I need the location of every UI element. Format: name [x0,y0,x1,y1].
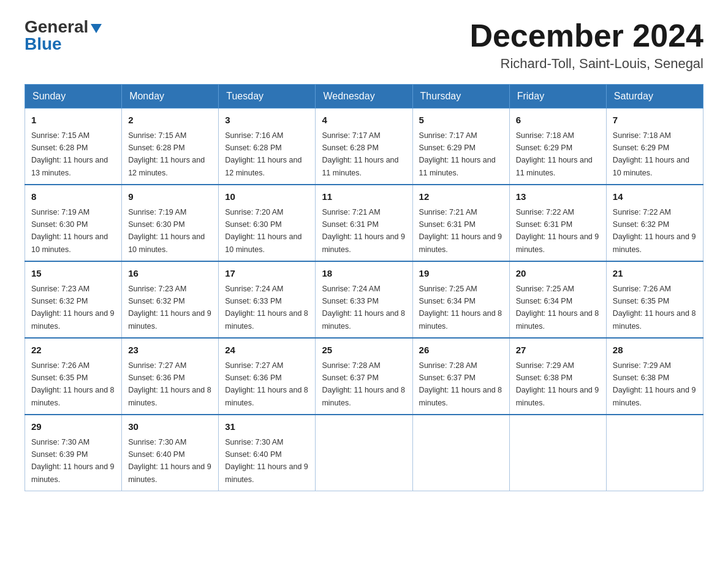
day-info: Sunrise: 7:30 AMSunset: 6:39 PMDaylight:… [31,438,115,484]
calendar-cell: 21Sunrise: 7:26 AMSunset: 6:35 PMDayligh… [606,261,703,338]
day-number: 31 [225,420,309,434]
day-number: 19 [419,267,503,281]
weekday-header-monday: Monday [122,85,219,109]
calendar-cell [316,415,412,491]
calendar-cell: 13Sunrise: 7:22 AMSunset: 6:31 PMDayligh… [509,185,606,261]
day-info: Sunrise: 7:21 AMSunset: 6:31 PMDaylight:… [322,208,405,254]
calendar-cell: 12Sunrise: 7:21 AMSunset: 6:31 PMDayligh… [412,185,509,261]
day-number: 20 [516,267,600,281]
day-info: Sunrise: 7:16 AMSunset: 6:28 PMDaylight:… [225,131,301,177]
day-number: 4 [322,113,406,128]
calendar-cell: 28Sunrise: 7:29 AMSunset: 6:38 PMDayligh… [606,338,703,415]
day-info: Sunrise: 7:21 AMSunset: 6:31 PMDaylight:… [419,208,502,254]
calendar-cell: 17Sunrise: 7:24 AMSunset: 6:33 PMDayligh… [219,261,316,338]
day-info: Sunrise: 7:15 AMSunset: 6:28 PMDaylight:… [31,131,108,177]
day-info: Sunrise: 7:17 AMSunset: 6:29 PMDaylight:… [419,131,496,177]
page-header: General Blue December 2024 Richard-Toll,… [25,18,703,72]
calendar-cell: 31Sunrise: 7:30 AMSunset: 6:40 PMDayligh… [219,415,316,491]
weekday-header-saturday: Saturday [606,85,703,109]
day-number: 21 [613,267,697,281]
day-info: Sunrise: 7:18 AMSunset: 6:29 PMDaylight:… [516,131,593,177]
weekday-header-friday: Friday [509,85,606,109]
calendar-cell: 20Sunrise: 7:25 AMSunset: 6:34 PMDayligh… [509,261,606,338]
calendar-cell: 9Sunrise: 7:19 AMSunset: 6:30 PMDaylight… [122,185,219,261]
day-info: Sunrise: 7:25 AMSunset: 6:34 PMDaylight:… [419,285,502,331]
calendar-cell: 27Sunrise: 7:29 AMSunset: 6:38 PMDayligh… [509,338,606,415]
title-block: December 2024 Richard-Toll, Saint-Louis,… [469,18,703,72]
day-number: 2 [128,113,212,128]
calendar-cell: 14Sunrise: 7:22 AMSunset: 6:32 PMDayligh… [606,185,703,261]
day-info: Sunrise: 7:23 AMSunset: 6:32 PMDaylight:… [128,285,211,331]
day-number: 28 [613,343,697,358]
day-info: Sunrise: 7:24 AMSunset: 6:33 PMDaylight:… [322,285,405,331]
day-info: Sunrise: 7:27 AMSunset: 6:36 PMDaylight:… [225,361,308,407]
calendar-cell: 1Sunrise: 7:15 AMSunset: 6:28 PMDaylight… [25,109,122,185]
calendar-cell [606,415,703,491]
weekday-header-tuesday: Tuesday [219,85,316,109]
day-number: 10 [225,190,309,204]
day-number: 14 [613,190,697,204]
day-info: Sunrise: 7:18 AMSunset: 6:29 PMDaylight:… [613,131,689,177]
day-info: Sunrise: 7:25 AMSunset: 6:34 PMDaylight:… [516,285,599,331]
calendar-cell: 23Sunrise: 7:27 AMSunset: 6:36 PMDayligh… [122,338,219,415]
calendar-cell: 15Sunrise: 7:23 AMSunset: 6:32 PMDayligh… [25,261,122,338]
day-number: 1 [31,113,115,128]
calendar-cell [509,415,606,491]
day-info: Sunrise: 7:26 AMSunset: 6:35 PMDaylight:… [31,361,115,407]
day-number: 22 [31,343,115,358]
day-info: Sunrise: 7:20 AMSunset: 6:30 PMDaylight:… [225,208,301,254]
day-info: Sunrise: 7:19 AMSunset: 6:30 PMDaylight:… [31,208,108,254]
logo: General Blue [25,18,102,53]
day-number: 8 [31,190,115,204]
calendar-cell: 26Sunrise: 7:28 AMSunset: 6:37 PMDayligh… [412,338,509,415]
day-number: 6 [516,113,600,128]
day-number: 27 [516,343,600,358]
calendar-week-row: 29Sunrise: 7:30 AMSunset: 6:39 PMDayligh… [25,415,703,491]
day-number: 29 [31,420,115,434]
day-number: 23 [128,343,212,358]
calendar-cell: 11Sunrise: 7:21 AMSunset: 6:31 PMDayligh… [316,185,412,261]
day-number: 16 [128,267,212,281]
day-info: Sunrise: 7:24 AMSunset: 6:33 PMDaylight:… [225,285,308,331]
day-number: 24 [225,343,309,358]
calendar-cell: 24Sunrise: 7:27 AMSunset: 6:36 PMDayligh… [219,338,316,415]
calendar-week-row: 22Sunrise: 7:26 AMSunset: 6:35 PMDayligh… [25,338,703,415]
weekday-header-thursday: Thursday [412,85,509,109]
day-number: 12 [419,190,503,204]
day-info: Sunrise: 7:22 AMSunset: 6:32 PMDaylight:… [613,208,696,254]
calendar-cell: 5Sunrise: 7:17 AMSunset: 6:29 PMDaylight… [412,109,509,185]
day-number: 11 [322,190,406,204]
weekday-header-sunday: Sunday [25,85,122,109]
calendar-cell: 18Sunrise: 7:24 AMSunset: 6:33 PMDayligh… [316,261,412,338]
day-number: 18 [322,267,406,281]
calendar-week-row: 8Sunrise: 7:19 AMSunset: 6:30 PMDaylight… [25,185,703,261]
day-info: Sunrise: 7:26 AMSunset: 6:35 PMDaylight:… [613,285,696,331]
day-info: Sunrise: 7:29 AMSunset: 6:38 PMDaylight:… [516,361,599,407]
day-info: Sunrise: 7:17 AMSunset: 6:28 PMDaylight:… [322,131,398,177]
day-number: 3 [225,113,309,128]
calendar-cell: 30Sunrise: 7:30 AMSunset: 6:40 PMDayligh… [122,415,219,491]
calendar-cell: 10Sunrise: 7:20 AMSunset: 6:30 PMDayligh… [219,185,316,261]
calendar-cell: 29Sunrise: 7:30 AMSunset: 6:39 PMDayligh… [25,415,122,491]
calendar-cell: 2Sunrise: 7:15 AMSunset: 6:28 PMDaylight… [122,109,219,185]
calendar-cell: 7Sunrise: 7:18 AMSunset: 6:29 PMDaylight… [606,109,703,185]
day-number: 5 [419,113,503,128]
calendar-cell [412,415,509,491]
calendar-cell: 6Sunrise: 7:18 AMSunset: 6:29 PMDaylight… [509,109,606,185]
day-info: Sunrise: 7:22 AMSunset: 6:31 PMDaylight:… [516,208,599,254]
day-number: 9 [128,190,212,204]
day-info: Sunrise: 7:30 AMSunset: 6:40 PMDaylight:… [128,438,211,484]
day-number: 17 [225,267,309,281]
day-info: Sunrise: 7:29 AMSunset: 6:38 PMDaylight:… [613,361,696,407]
day-number: 26 [419,343,503,358]
day-info: Sunrise: 7:30 AMSunset: 6:40 PMDaylight:… [225,438,308,484]
calendar-week-row: 1Sunrise: 7:15 AMSunset: 6:28 PMDaylight… [25,109,703,185]
calendar-cell: 3Sunrise: 7:16 AMSunset: 6:28 PMDaylight… [219,109,316,185]
day-number: 30 [128,420,212,434]
day-info: Sunrise: 7:15 AMSunset: 6:28 PMDaylight:… [128,131,205,177]
weekday-header-wednesday: Wednesday [316,85,412,109]
day-info: Sunrise: 7:28 AMSunset: 6:37 PMDaylight:… [419,361,502,407]
logo-blue: Blue [25,36,62,53]
calendar-week-row: 15Sunrise: 7:23 AMSunset: 6:32 PMDayligh… [25,261,703,338]
day-info: Sunrise: 7:27 AMSunset: 6:36 PMDaylight:… [128,361,211,407]
